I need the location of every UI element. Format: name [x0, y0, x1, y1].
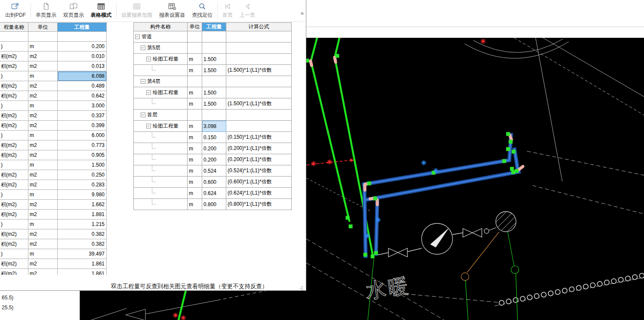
- quantity-cell[interactable]: [202, 110, 226, 121]
- quantity-cell[interactable]: 0.200: [202, 154, 226, 165]
- table-row[interactable]: 积(m2)m21.881: [0, 210, 107, 219]
- tree-collapse-icon[interactable]: −: [146, 90, 151, 95]
- quantity-cell[interactable]: 1.500: [202, 87, 226, 98]
- toolbar-button-first-page[interactable]: 首页: [219, 0, 236, 21]
- resize-grip-icon[interactable]: [298, 284, 303, 292]
- table-row[interactable]: m1.500(1.500)*1:(L1)*倍数: [133, 98, 292, 110]
- toolbar-button-report-range[interactable]: 设置报表范围: [118, 0, 156, 21]
- quantity-value-cell[interactable]: 1.215: [58, 219, 107, 229]
- quantity-value-cell[interactable]: 1.861: [58, 269, 107, 275]
- toolbar-button-report-designer[interactable]: 报表设置器: [156, 0, 188, 21]
- column-header[interactable]: 单位: [188, 23, 202, 31]
- column-header-quantity[interactable]: 工程量: [58, 23, 107, 31]
- table-row[interactable]: 积(m2)m20.489: [0, 81, 107, 91]
- tree-collapse-icon[interactable]: −: [141, 79, 145, 84]
- table-row[interactable]: 积(m2)m20.337: [0, 111, 107, 121]
- table-row[interactable]: 积(m2)m20.283: [0, 180, 107, 190]
- table-row[interactable]: 积(m2)m20.905: [0, 150, 107, 160]
- quantity-value-cell[interactable]: 0.773: [58, 140, 107, 150]
- quantity-cell[interactable]: 3.098: [202, 121, 226, 132]
- table-row[interactable]: m0.150(0.150)*1:(L1)*倍数: [133, 132, 292, 143]
- quantity-value-cell[interactable]: 0.642: [58, 91, 107, 101]
- quantity-value-cell[interactable]: 0.337: [58, 111, 107, 121]
- table-row[interactable]: 积(m2)m20.250: [0, 170, 107, 180]
- table-row[interactable]: −首层: [133, 110, 292, 121]
- column-header[interactable]: 单位: [28, 23, 58, 31]
- quantity-value-cell[interactable]: 0.200: [58, 42, 107, 52]
- table-row[interactable]: 积(m2)m21.662: [0, 200, 107, 210]
- toolbar-button-table-mode[interactable]: 表格模式: [87, 0, 115, 21]
- quantity-value-cell[interactable]: 1.500: [58, 160, 107, 170]
- table-row[interactable]: m0.200(0.200)*1:(L1)*倍数: [133, 143, 292, 154]
- table-row[interactable]: 积(m2)m20.010: [0, 52, 107, 61]
- table-row[interactable]: m0.524(0.524)*1:(L1)*倍数: [133, 165, 292, 177]
- table-row[interactable]: 积(m2)m21.861: [0, 269, 107, 275]
- quantity-value-cell[interactable]: 3.000: [58, 101, 107, 111]
- table-row[interactable]: m0.600(0.600)*1:(L1)*倍数: [133, 177, 292, 188]
- quantity-value-cell[interactable]: 1.662: [58, 200, 107, 210]
- quantity-value-cell[interactable]: [58, 32, 107, 42]
- quantity-cell[interactable]: 0.150: [202, 132, 226, 143]
- table-row[interactable]: )m0.200: [0, 42, 107, 52]
- toolbar-button-single-page[interactable]: 单页显示: [32, 0, 60, 21]
- toolbar-button-export-pdf[interactable]: 出到PDF: [2, 0, 29, 21]
- quantity-value-cell[interactable]: 1.881: [58, 210, 107, 219]
- table-row[interactable]: −第4层: [133, 76, 292, 87]
- column-header[interactable]: 程量名称: [0, 23, 28, 31]
- table-row[interactable]: m0.200(0.200)*1:(L1)*倍数: [133, 154, 292, 165]
- quantity-cell[interactable]: 0.800: [202, 199, 226, 210]
- quantity-cell[interactable]: 0.524: [202, 165, 226, 177]
- table-row[interactable]: m0.624(0.624)*1:(L1)*倍数: [133, 188, 292, 199]
- table-row[interactable]: [0, 32, 107, 42]
- quantity-value-cell[interactable]: 6.098: [58, 71, 107, 81]
- quantity-cell[interactable]: [202, 31, 226, 43]
- tree-collapse-icon[interactable]: −: [146, 124, 151, 128]
- toolbar-button-find-locate[interactable]: 查找定位: [188, 0, 216, 21]
- quantity-cell[interactable]: 0.200: [202, 143, 226, 154]
- table-row[interactable]: 积(m2)m20.399: [0, 121, 107, 131]
- table-row[interactable]: )m1.500: [0, 160, 107, 170]
- quantity-value-cell[interactable]: 6.000: [58, 131, 107, 140]
- column-header[interactable]: 构件名称: [134, 23, 188, 31]
- table-row[interactable]: −第5层: [133, 43, 292, 54]
- quantity-value-cell[interactable]: 1.861: [58, 259, 107, 269]
- quantity-value-cell[interactable]: 39.497: [58, 249, 107, 259]
- tree-collapse-icon[interactable]: −: [141, 46, 145, 50]
- quantity-cell[interactable]: [202, 76, 226, 87]
- table-row[interactable]: )m9.980: [0, 190, 107, 200]
- table-row[interactable]: 积(m2)m20.642: [0, 91, 107, 101]
- quantity-cell[interactable]: 1.500: [202, 65, 226, 76]
- table-row[interactable]: )m3.000: [0, 101, 107, 111]
- list-item[interactable]: 25.5): [0, 303, 80, 313]
- table-row[interactable]: 积(m2)m21.861: [0, 259, 107, 269]
- quantity-value-cell[interactable]: 0.905: [58, 150, 107, 160]
- table-row[interactable]: )m39.497: [0, 249, 107, 259]
- table-row[interactable]: −绘图工程量m3.098: [133, 121, 292, 132]
- list-item[interactable]: 65.5): [0, 293, 80, 303]
- quantity-value-cell[interactable]: 0.399: [58, 121, 107, 131]
- column-header[interactable]: 计算公式: [226, 23, 292, 31]
- toolbar-overflow-chevron[interactable]: »: [301, 10, 304, 16]
- table-row[interactable]: 积(m2)m20.382: [0, 229, 107, 239]
- quantity-value-cell[interactable]: 0.382: [58, 229, 107, 239]
- quantity-cell[interactable]: 1.500: [202, 54, 226, 65]
- quantity-value-cell[interactable]: 0.489: [58, 81, 107, 91]
- tree-collapse-icon[interactable]: −: [146, 57, 151, 61]
- quantity-value-cell[interactable]: 0.013: [58, 61, 107, 71]
- table-row[interactable]: m0.800(0.800)*1:(L1)*倍数: [133, 199, 292, 210]
- quantity-cell[interactable]: 0.600: [202, 177, 226, 188]
- quantity-value-cell[interactable]: 0.283: [58, 180, 107, 190]
- table-row[interactable]: 积(m2)m20.773: [0, 140, 107, 150]
- table-row[interactable]: )m6.098: [0, 71, 107, 81]
- table-row[interactable]: −绘图工程量m1.500: [133, 87, 292, 98]
- tree-collapse-icon[interactable]: −: [141, 113, 145, 117]
- table-row[interactable]: 积(m2)m20.382: [0, 239, 107, 249]
- table-row[interactable]: )m6.000: [0, 131, 107, 140]
- quantity-value-cell[interactable]: 9.980: [58, 190, 107, 200]
- quantity-cell[interactable]: 0.624: [202, 188, 226, 199]
- table-row[interactable]: −管道: [133, 31, 292, 43]
- tree-collapse-icon[interactable]: −: [135, 34, 140, 39]
- table-row[interactable]: m1.500(1.500)*1:(L1)*倍数: [133, 65, 292, 76]
- quantity-value-cell[interactable]: 0.010: [58, 52, 107, 61]
- quantity-cell[interactable]: [202, 43, 226, 54]
